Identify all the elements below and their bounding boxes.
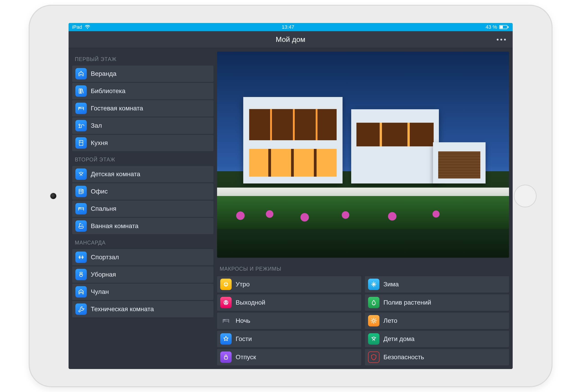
battery-percent: 43 % [486,24,497,30]
morning-icon [220,279,232,290]
living-room-icon [76,120,87,131]
kids-home-icon [368,333,380,345]
room-item[interactable]: Гостевая комната [72,100,214,117]
rooms-sidebar: ПЕРВЫЙ ЭТАЖВерандаБиблиотекаГостевая ком… [72,52,214,365]
macros-panel: МАКРОСЫ И РЕЖИМЫ УтроЗимаВыходнойПолив р… [217,261,509,365]
room-label: Спортзал [91,254,119,261]
macro-item[interactable]: Полив растений [365,294,509,311]
svg-point-4 [82,224,82,225]
svg-rect-2 [508,26,508,28]
room-label: Уборная [91,271,116,278]
svg-rect-1 [500,26,503,28]
macro-label: Дети дома [384,335,415,343]
clock: 13:47 [282,24,294,30]
room-label: Чулан [91,288,109,296]
room-item[interactable]: Библиотека [72,83,214,99]
macro-label: Лето [384,317,398,324]
room-item[interactable]: Веранда [72,65,214,82]
room-item[interactable]: Офис [72,183,214,200]
weekend-icon [220,297,232,308]
macro-item[interactable]: Зима [365,276,509,293]
macro-label: Ночь [236,317,250,324]
more-menu-button[interactable] [497,39,506,40]
app-title: Мой дом [276,35,305,44]
wifi-icon [84,25,90,29]
room-label: Спальня [91,205,116,212]
macro-item[interactable]: Лето [365,313,509,329]
room-label: Техническая комната [91,306,154,313]
battery-icon [499,25,509,29]
macro-item[interactable]: Утро [217,276,361,293]
room-item[interactable]: Спортзал [72,249,214,265]
winter-icon [368,279,380,290]
app-screen: iPad 13:47 43 % Мой дом ПЕРВЫЙ ЭТАЖВера [68,23,513,369]
macro-item[interactable]: Отпуск [217,349,361,365]
room-item[interactable]: Спальня [72,201,214,217]
svg-point-3 [80,172,82,174]
room-label: Веранда [91,70,116,77]
storage-icon [76,286,87,298]
macros-header: МАКРОСЫ И РЕЖИМЫ [217,261,509,274]
macro-item[interactable]: Выходной [217,294,361,311]
utility-icon [76,304,87,315]
svg-rect-11 [224,357,228,359]
room-item[interactable]: Зал [72,117,214,134]
section-header: ПЕРВЫЙ ЭТАЖ [72,52,214,65]
macro-label: Отпуск [236,354,256,361]
macro-label: Выходной [236,299,265,306]
svg-point-5 [82,225,83,226]
bedroom-icon [76,203,87,214]
home-button[interactable] [514,185,536,207]
ipad-frame: iPad 13:47 43 % Мой дом ПЕРВЫЙ ЭТАЖВера [29,5,552,387]
room-label: Кухня [91,139,108,147]
app-header: Мой дом [68,31,513,48]
macros-grid: УтроЗимаВыходнойПолив растенийНочьЛетоГо… [217,276,509,365]
macro-label: Зима [384,281,399,288]
room-label: Офис [91,188,108,195]
content-area: ПЕРВЫЙ ЭТАЖВерандаБиблиотекаГостевая ком… [68,48,513,369]
security-icon [368,352,380,363]
macro-item[interactable]: Дети дома [365,331,509,347]
macro-item[interactable]: Ночь [217,313,361,329]
device-label: iPad [72,24,82,30]
room-item[interactable]: Чулан [72,284,214,300]
macro-label: Безопасность [384,354,424,361]
guest-room-icon [76,103,87,114]
section-header: МАНСАРДА [72,235,214,248]
kitchen-icon [76,137,87,149]
kids-room-icon [76,168,87,180]
room-item[interactable]: Техническая комната [72,301,214,317]
vacation-icon [220,352,232,363]
library-icon [76,85,87,97]
section-header: ВТОРОЙ ЭТАЖ [72,152,214,165]
room-item[interactable]: Детская комната [72,166,214,182]
gym-icon [76,252,87,263]
room-label: Ванная комната [91,222,139,230]
status-bar: iPad 13:47 43 % [68,23,513,31]
room-label: Детская комната [91,170,140,178]
svg-point-10 [372,337,375,339]
main-panel: МАКРОСЫ И РЕЖИМЫ УтроЗимаВыходнойПолив р… [217,52,509,365]
room-label: Гостевая комната [91,105,143,112]
veranda-icon [76,68,87,79]
house-image[interactable] [217,52,509,258]
restroom-icon [76,269,87,280]
svg-point-6 [81,225,82,226]
summer-icon [368,315,380,327]
night-icon [220,315,232,327]
macro-label: Полив растений [384,299,431,306]
front-camera [50,193,56,199]
room-item[interactable]: Ванная комната [72,218,214,234]
svg-point-9 [372,320,375,322]
macro-item[interactable]: Гости [217,331,361,347]
macro-item[interactable]: Безопасность [365,349,509,365]
room-label: Библиотека [91,87,126,95]
room-label: Зал [91,122,102,129]
guests-icon [220,333,232,345]
bathroom-icon [76,220,87,232]
macro-label: Утро [236,281,250,288]
watering-icon [368,297,380,308]
room-item[interactable]: Кухня [72,135,214,151]
room-item[interactable]: Уборная [72,266,214,283]
office-icon [76,186,87,197]
